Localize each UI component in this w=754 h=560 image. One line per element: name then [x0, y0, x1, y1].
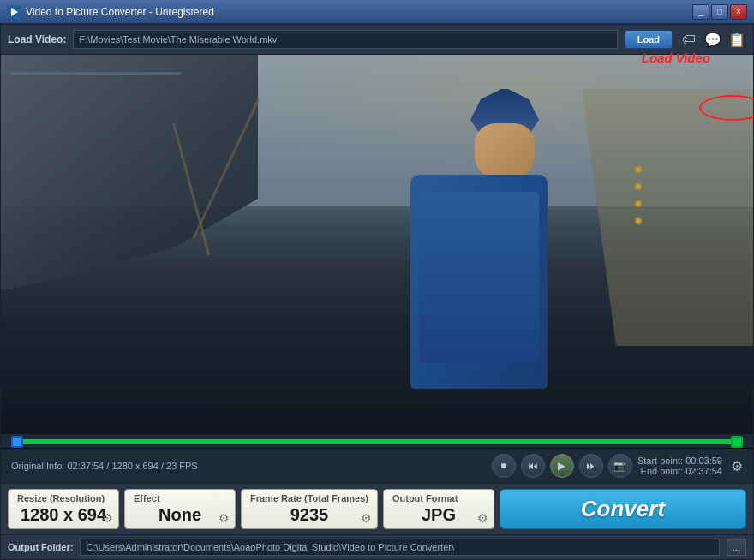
scene-ship	[1, 55, 258, 295]
framerate-value: 9235	[290, 505, 329, 525]
app-window: Load Video: Load 🏷 💬 📋 Load Video	[0, 24, 754, 560]
message-icon[interactable]: 💬	[703, 30, 722, 49]
resize-value: 1280 x 694	[21, 505, 106, 525]
char-head	[462, 89, 548, 183]
load-video-label: Load Video:	[8, 33, 66, 45]
framerate-label: Frame Rate (Total Frames)	[250, 493, 368, 503]
screenshot-button[interactable]: 📷	[608, 454, 632, 478]
coat-button-1	[635, 166, 642, 173]
format-value: JPG	[422, 505, 456, 525]
char-face	[475, 123, 535, 179]
video-content	[1, 55, 753, 434]
window-controls: _ □ ×	[692, 4, 747, 20]
play-button[interactable]: ▶	[550, 454, 574, 478]
output-browse-button[interactable]: ...	[727, 539, 746, 556]
playback-controls: Original Info: 02:37:54 / 1280 x 694 / 2…	[1, 448, 753, 483]
resize-gear-icon[interactable]: ⚙	[102, 511, 113, 525]
load-bar: Load Video: Load 🏷 💬 📋 Load Video	[1, 25, 753, 55]
char-body	[410, 175, 548, 389]
scene-ship-detail	[9, 72, 181, 75]
video-area[interactable]	[1, 55, 753, 434]
load-button[interactable]: Load	[625, 30, 673, 49]
output-bar: Output Folder: ...	[1, 534, 753, 559]
start-point-text: Start point: 00:03:59	[637, 456, 722, 466]
coat-buttons	[635, 166, 642, 224]
effect-control-box: Effect None ⚙	[124, 489, 236, 529]
timeline-track[interactable]	[11, 439, 743, 444]
resize-control-box: Resize (Resolution) 1280 x 694 ⚙	[8, 489, 119, 529]
video-frame	[1, 55, 753, 434]
effect-gear-icon[interactable]: ⚙	[218, 511, 230, 525]
format-control-box: Output Format JPG ⚙	[383, 489, 494, 529]
tag-icon[interactable]: 🏷	[679, 30, 698, 49]
timeline-thumb-right[interactable]	[731, 436, 743, 448]
window-title: Video to Picture Converter - Unregistere…	[26, 6, 692, 18]
framerate-gear-icon[interactable]: ⚙	[361, 511, 372, 525]
title-bar: Video to Picture Converter - Unregistere…	[0, 0, 754, 24]
minimize-button[interactable]: _	[692, 4, 709, 20]
prev-button[interactable]: ⏮	[521, 454, 545, 478]
coat-button-2	[635, 183, 642, 190]
convert-button[interactable]: Convert	[500, 489, 746, 529]
time-info: Start point: 00:03:59 End point: 02:37:5…	[637, 456, 722, 476]
bottom-controls: Resize (Resolution) 1280 x 694 ⚙ Effect …	[1, 483, 753, 534]
maximize-button[interactable]: □	[711, 4, 728, 20]
next-button[interactable]: ⏭	[579, 454, 603, 478]
close-button[interactable]: ×	[730, 4, 747, 20]
settings-gear-icon[interactable]: ⚙	[731, 458, 743, 474]
coat-button-4	[635, 217, 642, 224]
coat-button-3	[635, 200, 642, 207]
framerate-control-box: Frame Rate (Total Frames) 9235 ⚙	[241, 489, 378, 529]
document-icon[interactable]: 📋	[727, 30, 746, 49]
output-path-input[interactable]	[80, 539, 719, 556]
toolbar-icons: 🏷 💬 📋	[679, 30, 746, 49]
timeline-thumb-left[interactable]	[11, 436, 23, 448]
effect-label: Effect	[134, 493, 160, 503]
video-info-text: Original Info: 02:37:54 / 1280 x 694 / 2…	[11, 461, 487, 471]
effect-value: None	[159, 505, 201, 525]
resize-label: Resize (Resolution)	[17, 493, 105, 503]
scene-character	[393, 80, 650, 434]
file-path-input[interactable]	[73, 30, 617, 49]
stop-button[interactable]: ■	[492, 454, 516, 478]
end-point-text: End point: 02:37:54	[637, 466, 722, 476]
format-gear-icon[interactable]: ⚙	[477, 511, 488, 525]
output-folder-label: Output Folder:	[8, 542, 73, 552]
format-label: Output Format	[392, 493, 458, 503]
app-icon	[7, 5, 21, 19]
timeline-container	[1, 434, 753, 448]
